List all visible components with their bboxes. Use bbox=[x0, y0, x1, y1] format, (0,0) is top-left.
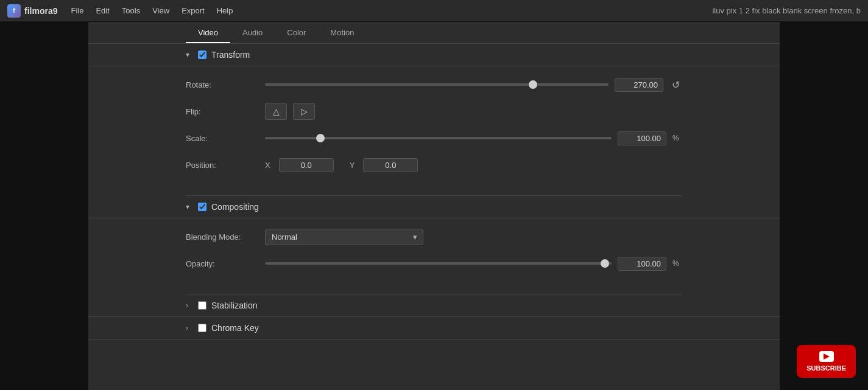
transform-checkbox[interactable] bbox=[198, 50, 206, 59]
opacity-slider-container[interactable] bbox=[265, 262, 612, 265]
opacity-control: % bbox=[265, 257, 682, 271]
transform-content: Rotate: ↺ Flip: △ bbox=[88, 66, 780, 195]
rotate-slider-container[interactable] bbox=[265, 83, 609, 86]
rotate-reset-button[interactable]: ↺ bbox=[669, 79, 682, 91]
rotate-label: Rotate: bbox=[186, 80, 265, 89]
logo-icon: f bbox=[7, 4, 21, 18]
chroma-key-chevron: › bbox=[186, 324, 193, 332]
position-x-label: X bbox=[265, 161, 270, 170]
compositing-chevron: ▾ bbox=[186, 203, 193, 211]
scale-unit: % bbox=[672, 134, 682, 142]
left-panel bbox=[0, 22, 88, 390]
yt-play-icon bbox=[819, 351, 834, 362]
window-title: iluv pix 1 2 fix black blank screen froz… bbox=[712, 6, 861, 15]
opacity-slider-track bbox=[265, 262, 612, 265]
position-x-input[interactable] bbox=[279, 158, 334, 172]
menu-tools[interactable]: Tools bbox=[121, 4, 141, 18]
menu-edit[interactable]: Edit bbox=[94, 4, 110, 18]
compositing-checkbox[interactable] bbox=[198, 203, 206, 211]
rotate-slider-thumb[interactable] bbox=[529, 80, 537, 89]
compositing-title: Compositing bbox=[211, 202, 259, 212]
blending-control: Normal Dissolve Darken Multiply bbox=[265, 229, 682, 245]
flip-label: Flip: bbox=[186, 107, 265, 116]
app-name: filmora9 bbox=[24, 6, 57, 16]
chroma-key-section[interactable]: › Chroma Key bbox=[88, 317, 780, 340]
blending-label: Blending Mode: bbox=[186, 232, 265, 242]
scale-label: Scale: bbox=[186, 134, 265, 143]
tab-motion[interactable]: Motion bbox=[318, 22, 366, 43]
scale-slider-thumb[interactable] bbox=[316, 134, 325, 142]
menu-bar: File Edit Tools View Export Help bbox=[69, 4, 234, 18]
tab-color[interactable]: Color bbox=[275, 22, 318, 43]
scale-slider-container[interactable] bbox=[265, 137, 612, 139]
transform-section: ▾ Transform Rotate: ↺ bbox=[88, 44, 780, 195]
blending-select-wrapper: Normal Dissolve Darken Multiply bbox=[265, 229, 423, 245]
opacity-unit: % bbox=[672, 259, 682, 268]
yt-subscribe-button[interactable]: SUBSCRIBE bbox=[797, 345, 856, 378]
rotate-value-input[interactable] bbox=[615, 78, 663, 92]
scale-slider-track bbox=[265, 137, 612, 139]
title-bar: f filmora9 File Edit Tools View Export H… bbox=[0, 0, 868, 22]
compositing-content: Blending Mode: Normal Dissolve Darken Mu… bbox=[88, 218, 780, 294]
rotate-row: Rotate: ↺ bbox=[186, 76, 682, 93]
rotate-control: ↺ bbox=[265, 78, 682, 92]
flip-control: △ ▷ bbox=[265, 103, 682, 120]
stabilization-section[interactable]: › Stabilization bbox=[88, 294, 780, 317]
position-label: Position: bbox=[186, 161, 265, 170]
scale-row: Scale: % bbox=[186, 130, 682, 147]
menu-help[interactable]: Help bbox=[216, 4, 235, 18]
right-panel bbox=[780, 22, 868, 390]
position-control: X Y bbox=[265, 158, 682, 172]
stabilization-chevron: › bbox=[186, 301, 193, 310]
chroma-key-checkbox[interactable] bbox=[198, 324, 206, 332]
stabilization-checkbox[interactable] bbox=[198, 301, 206, 310]
menu-export[interactable]: Export bbox=[180, 4, 206, 18]
scale-value-input[interactable] bbox=[618, 131, 666, 145]
app-logo: f filmora9 bbox=[7, 4, 57, 18]
menu-view[interactable]: View bbox=[151, 4, 171, 18]
tabs-bar: Video Audio Color Motion bbox=[88, 22, 780, 44]
rotate-slider-track bbox=[265, 83, 609, 86]
opacity-slider-thumb[interactable] bbox=[601, 259, 609, 268]
tab-audio[interactable]: Audio bbox=[230, 22, 275, 43]
opacity-label: Opacity: bbox=[186, 259, 265, 268]
flip-vertical-button[interactable]: ▷ bbox=[293, 103, 315, 120]
transform-title: Transform bbox=[211, 50, 250, 60]
blending-mode-select[interactable]: Normal Dissolve Darken Multiply bbox=[265, 229, 423, 245]
flip-horizontal-button[interactable]: △ bbox=[265, 103, 287, 120]
flip-row: Flip: △ ▷ bbox=[186, 103, 682, 120]
scale-control: % bbox=[265, 131, 682, 145]
blending-row: Blending Mode: Normal Dissolve Darken Mu… bbox=[186, 228, 682, 245]
stabilization-title: Stabilization bbox=[211, 301, 258, 310]
compositing-header[interactable]: ▾ Compositing bbox=[88, 196, 780, 218]
chroma-key-title: Chroma Key bbox=[211, 323, 259, 333]
opacity-row: Opacity: % bbox=[186, 255, 682, 272]
transform-chevron: ▾ bbox=[186, 50, 193, 59]
position-y-label: Y bbox=[350, 161, 355, 170]
opacity-value-input[interactable] bbox=[618, 257, 666, 271]
menu-file[interactable]: File bbox=[69, 4, 85, 18]
properties-panel: Video Audio Color Motion ▾ Transform Rot… bbox=[88, 22, 780, 390]
main-content: Video Audio Color Motion ▾ Transform Rot… bbox=[0, 22, 868, 390]
position-row: Position: X Y bbox=[186, 156, 682, 173]
tab-video[interactable]: Video bbox=[186, 22, 230, 43]
yt-subscribe-label: SUBSCRIBE bbox=[806, 364, 846, 372]
transform-header[interactable]: ▾ Transform bbox=[88, 44, 780, 66]
compositing-section: ▾ Compositing Blending Mode: Normal Diss… bbox=[88, 196, 780, 294]
position-y-input[interactable] bbox=[363, 158, 418, 172]
